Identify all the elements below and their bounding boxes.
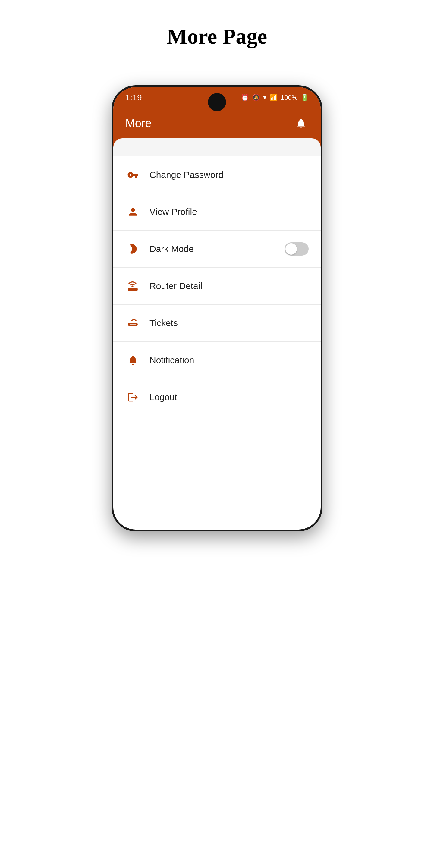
tickets-label: Tickets bbox=[150, 318, 178, 328]
menu-list: Change Password View Profile Dark Mode bbox=[113, 156, 321, 428]
curved-bg bbox=[113, 138, 321, 156]
battery-icon: 🔋 bbox=[301, 94, 309, 101]
notification-label: Notification bbox=[150, 355, 194, 365]
app-header-title: More bbox=[125, 117, 152, 130]
dark-mode-label: Dark Mode bbox=[150, 244, 194, 254]
wifi-icon: ▾ bbox=[263, 94, 267, 101]
bell-icon bbox=[296, 118, 307, 129]
phone-frame: 1:19 ⏰ 🔕 ▾ 📶 100% 🔋 More bbox=[112, 85, 322, 531]
menu-item-notification[interactable]: Notification bbox=[113, 342, 321, 379]
router-icon bbox=[125, 278, 141, 293]
menu-item-view-profile[interactable]: View Profile bbox=[113, 193, 321, 230]
dark-mode-toggle-container bbox=[284, 242, 309, 255]
status-time: 1:19 bbox=[125, 93, 142, 102]
menu-item-logout[interactable]: Logout bbox=[113, 379, 321, 416]
alarm-icon: ⏰ bbox=[241, 94, 249, 101]
menu-item-dark-mode[interactable]: Dark Mode bbox=[113, 230, 321, 268]
menu-item-tickets[interactable]: Tickets bbox=[113, 305, 321, 342]
key-icon bbox=[125, 167, 141, 182]
notification-icon bbox=[125, 352, 141, 368]
dark-mode-toggle[interactable] bbox=[284, 242, 309, 255]
person-icon bbox=[125, 204, 141, 219]
menu-item-change-password[interactable]: Change Password bbox=[113, 156, 321, 193]
battery-text: 100% bbox=[281, 94, 298, 101]
page-title: More Page bbox=[167, 24, 267, 49]
tickets-icon bbox=[125, 315, 141, 331]
change-password-label: Change Password bbox=[150, 170, 223, 180]
router-detail-label: Router Detail bbox=[150, 281, 202, 291]
phone-inner: 1:19 ⏰ 🔕 ▾ 📶 100% 🔋 More bbox=[113, 87, 321, 530]
notification-bell-button[interactable] bbox=[293, 116, 309, 131]
moon-icon bbox=[125, 241, 141, 256]
app-header: More bbox=[113, 108, 321, 138]
signal-icon: 📶 bbox=[270, 94, 278, 101]
status-icons: ⏰ 🔕 ▾ 📶 100% 🔋 bbox=[241, 94, 309, 101]
logout-icon bbox=[125, 390, 141, 405]
mute-icon: 🔕 bbox=[252, 94, 260, 101]
view-profile-label: View Profile bbox=[150, 207, 197, 217]
camera-notch bbox=[208, 93, 226, 111]
logout-label: Logout bbox=[150, 392, 177, 402]
menu-item-router-detail[interactable]: Router Detail bbox=[113, 268, 321, 305]
toggle-knob bbox=[285, 243, 297, 255]
